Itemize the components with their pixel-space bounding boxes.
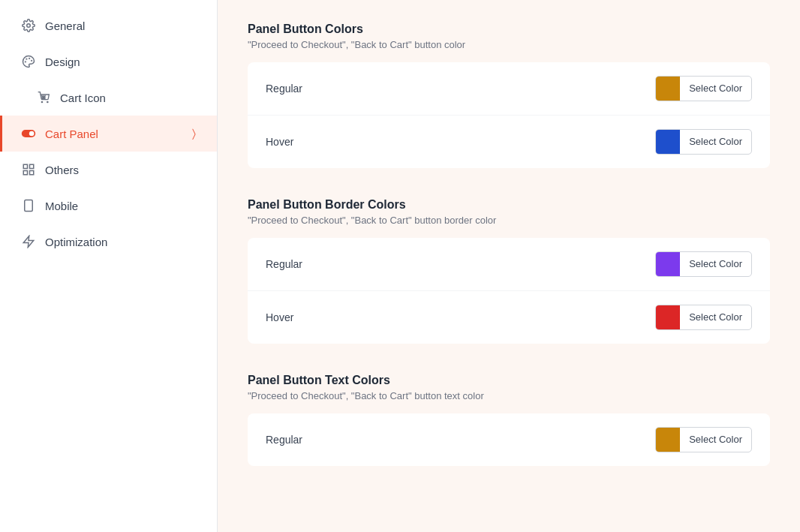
sidebar-item-design[interactable]: Design [0, 44, 217, 80]
button-border-colors-card: Regular Select Color Hover Select Color [248, 238, 770, 344]
regular-color-row: Regular Select Color [248, 62, 770, 116]
svg-point-9 [29, 131, 35, 137]
sidebar-item-cart-icon-label: Cart Icon [60, 92, 106, 104]
svg-rect-10 [23, 164, 27, 168]
svg-marker-16 [23, 236, 34, 248]
regular-color-select-text: Select Color [680, 77, 751, 101]
hover-label: Hover [266, 136, 655, 148]
section-button-colors-desc: "Proceed to Checkout", "Back to Cart" bu… [248, 39, 770, 50]
text-regular-color-row: Regular Select Color [248, 413, 770, 466]
text-regular-color-select-text: Select Color [680, 428, 751, 452]
section-button-text-colors-desc: "Proceed to Checkout", "Back to Cart" bu… [248, 390, 770, 401]
chevron-right-icon: 〉 [192, 127, 196, 140]
svg-point-2 [32, 61, 32, 62]
text-regular-color-select-button[interactable]: Select Color [655, 427, 752, 452]
regular-color-select-button[interactable]: Select Color [655, 76, 752, 101]
regular-label: Regular [266, 83, 655, 95]
others-icon [21, 162, 36, 177]
sidebar-item-mobile[interactable]: Mobile [0, 188, 217, 224]
sidebar-item-cart-panel[interactable]: Cart Panel 〉 [0, 116, 217, 152]
border-hover-color-row: Hover Select Color [248, 291, 770, 344]
svg-rect-11 [30, 164, 34, 168]
sidebar-item-cart-icon[interactable]: Cart Icon [0, 80, 217, 116]
sidebar-item-general[interactable]: General [0, 8, 217, 44]
border-hover-color-select-button[interactable]: Select Color [655, 305, 752, 330]
hover-color-swatch [656, 130, 680, 154]
svg-rect-13 [23, 171, 27, 175]
mobile-icon [21, 198, 36, 213]
svg-point-3 [26, 59, 27, 59]
sidebar-item-others[interactable]: Others [0, 152, 217, 188]
border-hover-color-swatch [656, 305, 680, 329]
border-regular-color-select-button[interactable]: Select Color [655, 251, 752, 277]
sidebar-item-cart-panel-label: Cart Panel [45, 128, 98, 140]
sidebar: General Design Cart Icon [0, 0, 218, 532]
border-hover-label: Hover [266, 311, 655, 323]
svg-point-4 [26, 62, 26, 62]
palette-icon [21, 54, 36, 69]
section-button-border-colors-desc: "Proceed to Checkout", "Back to Cart" bu… [248, 215, 770, 226]
button-colors-card: Regular Select Color Hover Select Color [248, 62, 770, 168]
gear-icon [21, 18, 36, 33]
cart-icon-sub-icon [36, 90, 51, 105]
border-regular-label: Regular [266, 258, 655, 270]
section-button-text-colors: Panel Button Text Colors "Proceed to Che… [248, 374, 770, 466]
sidebar-item-design-label: Design [45, 56, 80, 68]
section-button-border-colors-title: Panel Button Border Colors [248, 198, 770, 212]
button-text-colors-card: Regular Select Color [248, 413, 770, 466]
text-regular-label: Regular [266, 434, 655, 446]
section-button-colors-title: Panel Button Colors [248, 23, 770, 36]
border-hover-color-select-text: Select Color [680, 305, 751, 329]
border-regular-color-select-text: Select Color [680, 252, 751, 276]
border-regular-color-swatch [656, 252, 680, 276]
section-button-text-colors-title: Panel Button Text Colors [248, 374, 770, 387]
hover-color-select-text: Select Color [680, 130, 751, 154]
hover-color-row: Hover Select Color [248, 116, 770, 168]
sidebar-item-optimization[interactable]: Optimization [0, 224, 217, 260]
svg-point-6 [47, 101, 48, 102]
sidebar-item-others-label: Others [45, 164, 79, 176]
regular-color-swatch [656, 77, 680, 101]
text-regular-color-swatch [656, 428, 680, 452]
section-button-colors: Panel Button Colors "Proceed to Checkout… [248, 23, 770, 168]
sidebar-item-optimization-label: Optimization [45, 236, 107, 248]
svg-point-5 [41, 101, 42, 102]
border-regular-color-row: Regular Select Color [248, 238, 770, 291]
svg-rect-12 [30, 171, 34, 175]
sidebar-item-mobile-label: Mobile [45, 200, 78, 212]
main-content: Panel Button Colors "Proceed to Checkout… [218, 0, 800, 532]
sidebar-item-general-label: General [45, 20, 85, 32]
section-button-border-colors: Panel Button Border Colors "Proceed to C… [248, 198, 770, 344]
bolt-icon [21, 234, 36, 249]
hover-color-select-button[interactable]: Select Color [655, 129, 752, 155]
svg-point-1 [29, 59, 30, 59]
svg-point-0 [27, 24, 31, 28]
toggle-icon [21, 126, 36, 141]
